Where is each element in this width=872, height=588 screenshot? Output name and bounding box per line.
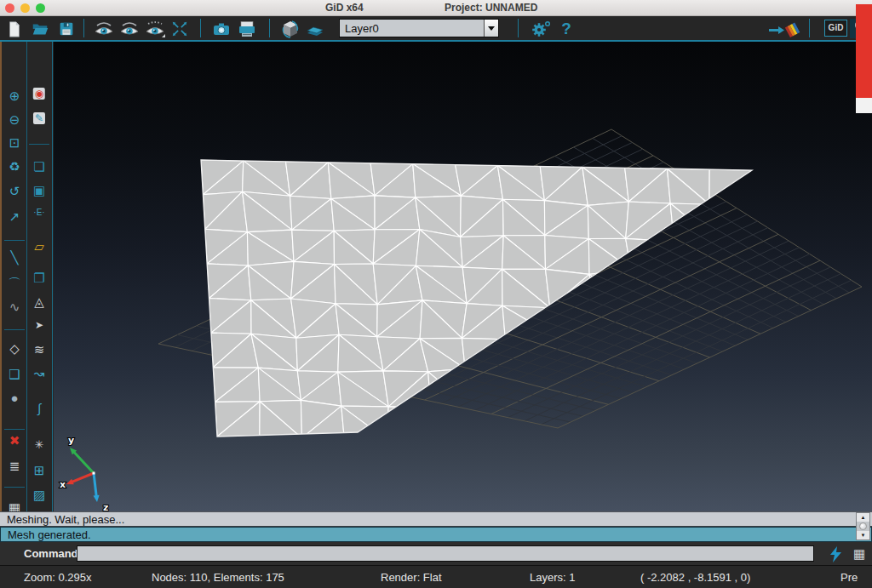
scroll-track[interactable]: [857, 522, 869, 531]
toolbar-separator: [809, 19, 810, 37]
viewport-canvas[interactable]: yxz: [54, 42, 872, 511]
zoom-window-icon[interactable]: ⊡: [9, 136, 20, 149]
toolbar-separator: [200, 19, 201, 37]
scene-svg: yxz: [54, 42, 872, 511]
print-icon[interactable]: [236, 18, 258, 40]
create-nurbs-surface-icon[interactable]: ◇: [9, 342, 20, 355]
titlebar: GiD x64 Project: UNNAMED: [0, 0, 872, 16]
gid-window: GiD x64 Project: UNNAMED: [0, 0, 872, 588]
view-render-eye-icon[interactable]: [144, 18, 166, 40]
create-line-icon[interactable]: ╲: [10, 251, 18, 264]
sidebar-group-divider: [4, 429, 25, 430]
sidebar-column-separator: [26, 42, 27, 511]
command-input[interactable]: [77, 545, 814, 562]
redraw-icon[interactable]: ♻: [9, 160, 20, 173]
background-window-red-edge: [856, 4, 872, 98]
settings-gear-icon[interactable]: [530, 18, 552, 40]
layer-stack-icon[interactable]: ≋: [34, 343, 45, 356]
box-tools-icon[interactable]: ▣: [33, 184, 45, 197]
layer-select-dropdown-button[interactable]: [484, 20, 498, 37]
toolbar-separator: [518, 19, 519, 37]
maximize-button[interactable]: [36, 3, 45, 13]
open-layer-folder-icon[interactable]: ❐: [33, 271, 44, 284]
layers-icon[interactable]: [304, 18, 326, 40]
snapshot-camera-icon[interactable]: [210, 18, 232, 40]
sidebar-group-divider: [4, 487, 25, 488]
status-bar: Zoom: 0.295x Nodes: 110, Elements: 175 R…: [0, 565, 872, 588]
open-project-icon[interactable]: [29, 18, 51, 40]
rotate-cube-icon[interactable]: [279, 18, 301, 40]
minimize-button[interactable]: [20, 3, 30, 13]
message-log: Meshing. Wait, please... Mesh generated.…: [0, 511, 872, 542]
surface-tools-icon[interactable]: ❏: [33, 160, 44, 173]
sidebar-group-divider: [4, 240, 25, 241]
curve-arrow-icon[interactable]: ↝: [34, 367, 45, 380]
view-rotate-eye-icon[interactable]: [118, 18, 141, 40]
grid-panel-icon[interactable]: ▦: [853, 546, 865, 561]
layer-select-value: Layer0: [340, 22, 484, 35]
main-area: ⊕⊖⊡♻↺↗╲⌒∿◇❑●✖≣▦◉✎❏▣·E·▱❐◬➤≋↝∫✳⊞▨△ yxz: [0, 42, 872, 511]
message-line: Meshing. Wait, please...: [0, 511, 872, 527]
structured-quad-icon[interactable]: ⊞: [34, 464, 45, 477]
close-button[interactable]: [5, 3, 14, 13]
mesh-editing-icon[interactable]: ◬: [34, 295, 44, 308]
zoom-out-icon[interactable]: ⊖: [9, 113, 20, 126]
fast-command-bolt-icon[interactable]: [824, 543, 846, 565]
status-coordinates: ( -2.2082 , -8.1591 , 0): [640, 566, 750, 588]
record-macro-icon[interactable]: ◉: [33, 88, 45, 100]
create-arc-icon[interactable]: ⌒: [9, 277, 21, 289]
view-redraw-eye-icon[interactable]: [93, 18, 115, 40]
nurbs-surface-mesh-icon[interactable]: ▨: [33, 488, 45, 501]
layer-arrow-icon[interactable]: ▱: [34, 240, 44, 253]
triangle-mesh: [201, 160, 768, 447]
postprocess-arrow-rainbow-icon[interactable]: [766, 18, 802, 40]
help-icon[interactable]: ?: [555, 18, 577, 40]
sidebar-group-divider: [29, 144, 49, 145]
rotate-view-icon[interactable]: ↺: [9, 185, 20, 197]
scroll-down-icon[interactable]: ▼: [857, 531, 869, 539]
help-label: ?: [561, 20, 571, 38]
status-zoom: Zoom: 0.295x: [24, 566, 92, 588]
status-nodes-elements: Nodes: 110, Elements: 175: [152, 566, 284, 588]
scroll-up-icon[interactable]: ▲: [857, 513, 869, 522]
edit-script-icon[interactable]: ✎: [33, 112, 45, 124]
element-size-icon[interactable]: ·E·: [33, 208, 44, 217]
axis-label-z: z: [103, 502, 108, 511]
project-title: Project: UNNAMED: [445, 2, 537, 14]
toolbar-separator: [83, 19, 84, 37]
create-spline-icon[interactable]: ∿: [9, 300, 20, 313]
measure-arrow-icon[interactable]: ↗: [9, 210, 20, 223]
toolbar-separator: [269, 19, 270, 37]
axis-label-x: x: [60, 479, 66, 490]
status-pre-mode: Pre: [840, 566, 858, 588]
message-scrollbar[interactable]: ▲ ▼: [856, 512, 870, 540]
tool-sidebar: ⊕⊖⊡♻↺↗╲⌒∿◇❑●✖≣▦◉✎❏▣·E·▱❐◬➤≋↝∫✳⊞▨△: [2, 42, 53, 511]
nurbs-curve-icon[interactable]: ∫: [37, 402, 41, 414]
zoom-frame-icon[interactable]: [169, 18, 191, 40]
scroll-thumb[interactable]: [859, 522, 867, 530]
command-bar: Command: ▦: [0, 542, 872, 565]
create-volume-icon[interactable]: ❑: [9, 368, 20, 380]
zoom-in-icon[interactable]: ⊕: [9, 89, 20, 102]
background-window-white-edge: [856, 98, 872, 113]
status-render-mode: Render: Flat: [381, 566, 442, 588]
save-project-icon[interactable]: [55, 18, 77, 40]
delete-icon[interactable]: ✖: [9, 434, 20, 447]
axis-triad: yxz: [60, 435, 108, 511]
axis-label-y: y: [68, 435, 74, 446]
toolbar: Layer0 ? GiD v1: [0, 16, 872, 42]
command-label: Command:: [24, 542, 82, 565]
sidebar-group-divider: [4, 329, 25, 330]
gid-logo[interactable]: GiD: [824, 20, 847, 37]
status-layers: Layers: 1: [530, 566, 575, 588]
layer-select-dropdown[interactable]: Layer0: [339, 19, 499, 37]
new-document-icon[interactable]: [3, 18, 26, 40]
list-entities-icon[interactable]: ≣: [9, 460, 20, 472]
create-object-icon[interactable]: ●: [10, 391, 18, 404]
select-cursor-icon[interactable]: ➤: [35, 320, 43, 330]
app-title: GiD x64: [325, 2, 364, 14]
message-line-selected: Mesh generated.: [0, 527, 872, 542]
explode-lines-icon[interactable]: ✳: [35, 439, 44, 450]
